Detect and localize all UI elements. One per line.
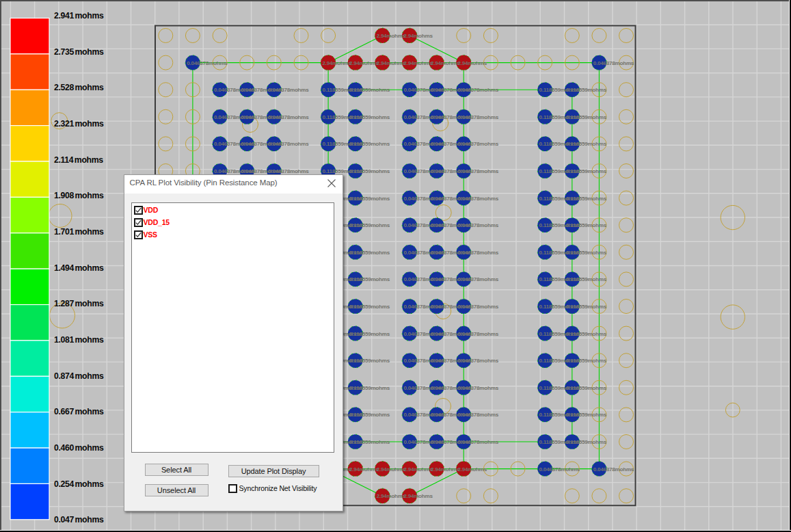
svg-text:0.667mohms: 0.667mohms: [54, 407, 104, 416]
svg-text:0.118559mohms: 0.118559mohms: [566, 114, 607, 120]
svg-text:0.118559mohms: 0.118559mohms: [566, 87, 607, 93]
svg-text:0.118559mohms: 0.118559mohms: [566, 304, 607, 310]
svg-text:1.081mohms: 1.081mohms: [54, 335, 104, 345]
svg-text:0.046378mohms: 0.046378mohms: [458, 358, 499, 364]
svg-text:2.321mohms: 2.321mohms: [54, 119, 104, 129]
svg-text:1.494mohms: 1.494mohms: [54, 263, 104, 273]
svg-text:0.046378mohms: 0.046378mohms: [458, 331, 499, 337]
svg-text:0.046378mohms: 0.046378mohms: [458, 196, 499, 202]
svg-text:2.94mohms: 2.94mohms: [349, 60, 379, 66]
svg-text:0.046378mohms: 0.046378mohms: [268, 141, 309, 147]
svg-text:0.118559mohms: 0.118559mohms: [566, 412, 607, 418]
svg-text:0.046378mohms: 0.046378mohms: [268, 114, 309, 120]
svg-text:2.94mohms: 2.94mohms: [403, 60, 433, 66]
svg-text:0.118559mohms: 0.118559mohms: [349, 168, 390, 174]
svg-text:2.94mohms: 2.94mohms: [403, 493, 433, 499]
svg-text:0.118559mohms: 0.118559mohms: [349, 439, 390, 445]
svg-text:2.94mohms: 2.94mohms: [377, 493, 406, 499]
svg-text:0.118559mohms: 0.118559mohms: [349, 141, 390, 147]
svg-text:0.046378mohms: 0.046378mohms: [593, 466, 634, 473]
svg-text:2.94mohms: 2.94mohms: [403, 33, 433, 39]
svg-text:0.118559mohms: 0.118559mohms: [349, 87, 390, 93]
svg-text:1.701mohms: 1.701mohms: [54, 227, 104, 237]
svg-text:0.118559mohms: 0.118559mohms: [566, 358, 607, 364]
svg-text:0.118559mohms: 0.118559mohms: [566, 331, 607, 337]
svg-text:0.118559mohms: 0.118559mohms: [566, 439, 607, 445]
svg-text:2.94mohms: 2.94mohms: [458, 466, 487, 473]
svg-text:0.874mohms: 0.874mohms: [54, 371, 104, 381]
svg-text:0.118559mohms: 0.118559mohms: [349, 196, 390, 202]
svg-text:0.118559mohms: 0.118559mohms: [566, 196, 607, 202]
svg-text:1.908mohms: 1.908mohms: [54, 191, 104, 200]
svg-text:0.046378mohms: 0.046378mohms: [458, 276, 499, 282]
svg-text:0.118559mohms: 0.118559mohms: [566, 250, 607, 256]
svg-text:0.118559mohms: 0.118559mohms: [566, 276, 607, 282]
svg-text:0.046378mohms: 0.046378mohms: [458, 87, 499, 93]
svg-text:2.94mohms: 2.94mohms: [377, 60, 406, 66]
svg-text:2.94mohms: 2.94mohms: [403, 466, 433, 473]
svg-text:0.118559mohms: 0.118559mohms: [566, 222, 607, 228]
svg-text:1.287mohms: 1.287mohms: [54, 299, 104, 308]
svg-text:0.118559mohms: 0.118559mohms: [349, 114, 390, 120]
svg-text:2.735mohms: 2.735mohms: [54, 47, 104, 57]
svg-text:2.94mohms: 2.94mohms: [377, 466, 406, 473]
svg-text:0.118559mohms: 0.118559mohms: [349, 304, 390, 310]
svg-text:0.046378mohms: 0.046378mohms: [458, 439, 499, 445]
svg-text:0.046378mohms: 0.046378mohms: [458, 168, 499, 174]
svg-text:0.047mohms: 0.047mohms: [54, 515, 104, 524]
svg-text:0.046378mohms: 0.046378mohms: [458, 304, 499, 310]
svg-text:0.118559mohms: 0.118559mohms: [349, 222, 390, 228]
svg-text:0.118559mohms: 0.118559mohms: [566, 385, 607, 391]
svg-text:2.94mohms: 2.94mohms: [349, 466, 379, 473]
svg-text:0.460mohms: 0.460mohms: [54, 443, 104, 453]
svg-text:0.118559mohms: 0.118559mohms: [566, 141, 607, 147]
svg-text:0.118559mohms: 0.118559mohms: [349, 276, 390, 282]
svg-text:0.046378mohms: 0.046378mohms: [268, 87, 309, 93]
svg-text:0.046378mohms: 0.046378mohms: [458, 222, 499, 228]
svg-text:0.046378mohms: 0.046378mohms: [458, 385, 499, 391]
svg-text:0.046378mohms: 0.046378mohms: [458, 114, 499, 120]
svg-text:0.254mohms: 0.254mohms: [54, 479, 104, 489]
svg-text:2.94mohms: 2.94mohms: [431, 60, 460, 66]
svg-text:2.94mohms: 2.94mohms: [458, 60, 487, 66]
svg-text:0.046378mohms: 0.046378mohms: [458, 141, 499, 147]
svg-text:0.046378mohms: 0.046378mohms: [458, 412, 499, 418]
svg-text:0.046378mohms: 0.046378mohms: [539, 466, 580, 473]
svg-text:0.046378mohms: 0.046378mohms: [187, 60, 228, 66]
svg-text:2.94mohms: 2.94mohms: [323, 60, 352, 66]
svg-text:0.118559mohms: 0.118559mohms: [349, 385, 390, 391]
svg-text:2.94mohms: 2.94mohms: [377, 33, 406, 39]
svg-text:0.046378mohms: 0.046378mohms: [458, 250, 499, 256]
svg-text:0.118559mohms: 0.118559mohms: [349, 250, 390, 256]
svg-text:0.046378mohms: 0.046378mohms: [593, 60, 634, 66]
svg-text:0.118559mohms: 0.118559mohms: [349, 331, 390, 337]
svg-text:0.118559mohms: 0.118559mohms: [349, 412, 390, 418]
svg-text:2.114mohms: 2.114mohms: [54, 155, 103, 165]
svg-text:2.94mohms: 2.94mohms: [431, 466, 460, 473]
svg-text:2.941mohms: 2.941mohms: [54, 11, 104, 21]
svg-text:0.118559mohms: 0.118559mohms: [349, 358, 390, 364]
svg-text:2.528mohms: 2.528mohms: [54, 83, 104, 92]
svg-text:0.118559mohms: 0.118559mohms: [566, 168, 607, 174]
